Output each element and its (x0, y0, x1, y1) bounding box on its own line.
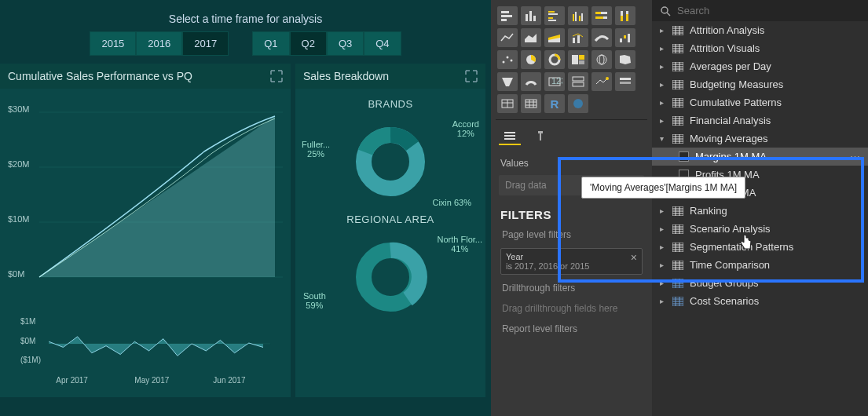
fields-pane: ▸Attrition Analysis▸Attrition Visuals▸Av… (652, 0, 868, 416)
table-icon (672, 297, 683, 306)
viz-r-icon[interactable]: R (544, 94, 565, 113)
viz-100-column-icon[interactable] (615, 6, 635, 25)
search-bar (652, 0, 868, 21)
field-table-cost-scenarios[interactable]: ▸Cost Scenarios (652, 292, 868, 310)
label-cixin: Cixin 63% (432, 198, 471, 207)
svg-rect-34 (595, 16, 603, 19)
svg-rect-49 (572, 55, 578, 64)
viz-card-icon[interactable]: 123 (544, 72, 565, 91)
cursor-hand-icon (738, 233, 754, 252)
field-table-averages-per-day[interactable]: ▸Averages per Day (652, 57, 868, 75)
quarter-button-q1[interactable]: Q1 (252, 31, 289, 56)
quarter-button-q3[interactable]: Q3 (327, 31, 364, 56)
search-icon (660, 5, 671, 16)
viz-waterfall-icon[interactable] (615, 28, 635, 47)
year-button-2016[interactable]: 2016 (136, 31, 182, 56)
chevron-right-icon: ▸ (660, 62, 666, 71)
field-table-ranking[interactable]: ▸Ranking (652, 202, 868, 220)
panel-title: Sales Breakdown (303, 70, 389, 82)
values-label: Values (496, 151, 647, 175)
filter-value: is 2017, 2016 or 2015 (506, 261, 637, 271)
viz-arcgis-icon[interactable] (568, 94, 588, 113)
svg-rect-64 (526, 100, 537, 108)
svg-text:May 2017: May 2017 (134, 376, 169, 385)
field-table-time-comparison[interactable]: ▸Time Comparison (652, 256, 868, 274)
table-icon (672, 134, 683, 144)
search-input[interactable] (677, 5, 860, 16)
field-table-segmentation-patterns[interactable]: ▸Segmentation Patterns (652, 238, 868, 256)
field-table-attrition-visuals[interactable]: ▸Attrition Visuals (652, 39, 868, 57)
field-measure-margins-1m-ma[interactable]: Margins 1M MA⋯ (652, 148, 868, 166)
panel-sales-breakdown[interactable]: Sales Breakdown BRANDS Fuller... 25% Acc… (295, 64, 485, 397)
svg-rect-27 (573, 14, 574, 21)
chevron-right-icon: ▸ (660, 206, 666, 215)
viz-stacked-area-icon[interactable] (544, 28, 565, 47)
panel-title: Cumulative Sales Performance vs PQ (8, 70, 192, 82)
viz-slicer-icon[interactable] (615, 72, 635, 91)
chevron-right-icon: ▸ (660, 116, 666, 125)
viz-stacked-column-icon[interactable] (521, 6, 541, 25)
viz-clustered-bar-icon[interactable] (544, 6, 565, 25)
svg-text:$0M: $0M (20, 337, 35, 345)
svg-rect-74 (540, 133, 541, 140)
year-button-2015[interactable]: 2015 (90, 31, 136, 56)
viz-funnel-icon[interactable] (497, 72, 518, 91)
viz-gauge-icon[interactable] (521, 72, 541, 91)
checkbox[interactable] (679, 151, 689, 162)
chevron-right-icon: ▸ (660, 279, 666, 287)
chevron-right-icon: ▸ (660, 297, 666, 305)
field-table-cumulative-patterns[interactable]: ▸Cumulative Patterns (652, 93, 868, 111)
viz-100-bar-icon[interactable] (591, 6, 612, 25)
viz-stacked-bar-icon[interactable] (497, 6, 518, 25)
quarter-button-q2[interactable]: Q2 (290, 31, 327, 56)
time-frame-label: Select a time frame for analysis (0, 0, 491, 31)
tab-fields-icon[interactable] (499, 126, 521, 145)
viz-combo-icon[interactable] (568, 28, 588, 47)
field-table-scenario-analysis[interactable]: ▸Scenario Analysis (652, 220, 868, 238)
viz-filled-map-icon[interactable] (615, 50, 635, 69)
svg-point-53 (599, 55, 604, 64)
filter-year[interactable]: Year is 2017, 2016 or 2015 × (500, 248, 643, 275)
field-label: Time Comparison (690, 259, 770, 271)
field-table-moving-averages[interactable]: ▾Moving Averages (652, 130, 868, 148)
viz-scatter-icon[interactable] (497, 50, 518, 69)
viz-matrix-icon[interactable] (521, 94, 541, 113)
field-table-attrition-analysis[interactable]: ▸Attrition Analysis (652, 21, 868, 39)
field-table-budget-groups[interactable]: ▸Budget Groups (652, 274, 868, 292)
viz-area-icon[interactable] (521, 28, 541, 47)
viz-multirow-card-icon[interactable] (568, 72, 588, 91)
viz-line-icon[interactable] (497, 28, 518, 47)
focus-mode-icon[interactable] (270, 70, 283, 82)
svg-rect-28 (575, 12, 577, 21)
svg-point-52 (597, 55, 606, 64)
drillthrough-drop-zone[interactable]: Drag drillthrough fields here (496, 298, 647, 319)
field-label: Budget Groups (690, 277, 758, 289)
tooltip: 'Moving Averages'[Margins 1M MA] (581, 177, 745, 199)
table-icon (672, 80, 683, 89)
focus-mode-icon[interactable] (465, 70, 478, 82)
viz-ribbon-icon[interactable] (591, 28, 612, 47)
tab-format-icon[interactable] (530, 126, 552, 145)
table-icon (672, 98, 683, 108)
table-icon (672, 116, 683, 126)
field-table-financial-analysis[interactable]: ▸Financial Analysis (652, 111, 868, 130)
viz-clustered-column-icon[interactable] (568, 6, 588, 25)
more-icon[interactable]: ⋯ (850, 151, 860, 162)
svg-text:$10M: $10M (8, 214, 30, 224)
viz-pie-icon[interactable] (521, 50, 541, 69)
panel-cumulative-sales[interactable]: Cumulative Sales Performance vs PQ $30M … (0, 64, 291, 397)
year-button-2017[interactable]: 2017 (182, 31, 229, 56)
svg-rect-30 (581, 13, 583, 21)
viz-map-icon[interactable] (591, 50, 612, 69)
viz-donut-icon[interactable] (544, 50, 565, 69)
quarter-button-q4[interactable]: Q4 (364, 31, 401, 56)
field-table-budgeting-measures[interactable]: ▸Budgeting Measures (652, 75, 868, 93)
chevron-right-icon: ▾ (660, 134, 666, 143)
svg-rect-36 (621, 16, 623, 21)
drillthrough-label: Drillthrough filters (496, 278, 647, 298)
viz-kpi-icon[interactable] (591, 72, 612, 91)
close-icon[interactable]: × (631, 251, 637, 264)
svg-rect-51 (579, 60, 584, 64)
viz-treemap-icon[interactable] (568, 50, 588, 69)
viz-table-icon[interactable] (497, 94, 518, 113)
